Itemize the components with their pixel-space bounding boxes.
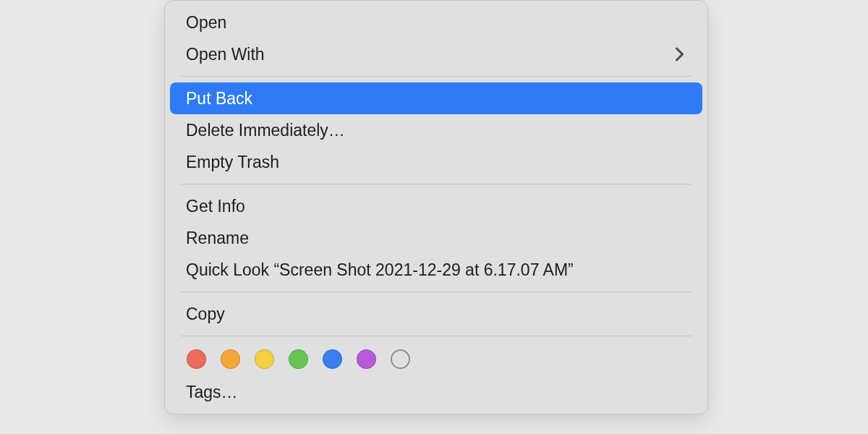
menu-item-label: Open	[186, 14, 226, 31]
menu-item-label: Empty Trash	[186, 154, 279, 171]
chevron-right-icon	[672, 47, 686, 61]
tag-color-row	[169, 342, 703, 376]
menu-separator	[181, 76, 692, 77]
menu-separator	[181, 336, 692, 336]
menu-item-label: Delete Immediately…	[186, 122, 345, 139]
tag-dot-purple[interactable]	[357, 349, 376, 369]
menu-item-quick-look[interactable]: Quick Look “Screen Shot 2021-12-29 at 6.…	[170, 254, 702, 286]
menu-item-label: Tags…	[186, 384, 238, 401]
menu-item-label: Put Back	[186, 90, 252, 107]
tag-dot-orange[interactable]	[221, 349, 240, 369]
menu-item-open-with[interactable]: Open With	[170, 38, 702, 70]
menu-item-label: Rename	[186, 230, 249, 247]
menu-item-rename[interactable]: Rename	[170, 222, 702, 254]
menu-item-label: Quick Look “Screen Shot 2021-12-29 at 6.…	[186, 262, 574, 278]
menu-item-open[interactable]: Open	[170, 7, 702, 38]
tag-dot-blue[interactable]	[323, 349, 342, 369]
menu-item-label: Get Info	[186, 198, 245, 215]
menu-item-get-info[interactable]: Get Info	[170, 190, 702, 222]
tag-dot-yellow[interactable]	[255, 349, 274, 369]
tag-dot-red[interactable]	[187, 349, 206, 369]
menu-item-put-back[interactable]: Put Back	[170, 82, 702, 114]
tag-dot-none[interactable]	[391, 349, 410, 369]
tag-dot-green[interactable]	[289, 349, 308, 369]
menu-item-copy[interactable]: Copy	[170, 298, 702, 330]
menu-item-empty-trash[interactable]: Empty Trash	[170, 146, 702, 178]
menu-item-label: Copy	[186, 306, 225, 323]
menu-separator	[181, 292, 692, 292]
menu-item-delete-immediately[interactable]: Delete Immediately…	[170, 114, 702, 146]
context-menu: Open Open With Put Back Delete Immediate…	[164, 0, 708, 414]
menu-item-tags[interactable]: Tags…	[170, 376, 702, 408]
menu-separator	[181, 184, 692, 184]
menu-item-label: Open With	[186, 46, 265, 63]
